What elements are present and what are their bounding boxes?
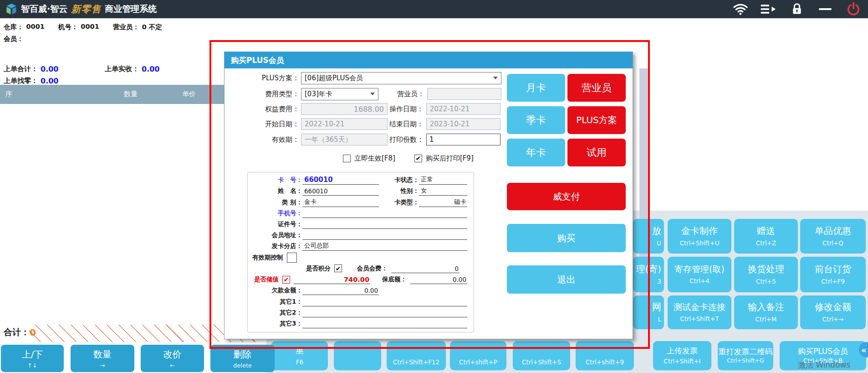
session-info-line: 仓库： 0001 机号： 0001 营业员： 0 不定 bbox=[4, 23, 162, 31]
clerk-value: 0 不定 bbox=[142, 23, 162, 31]
effect-now-label: 立即生效[F8] bbox=[354, 154, 395, 163]
print-after-label: 购买后打印[F9] bbox=[426, 154, 474, 163]
validity-control-checkbox[interactable] bbox=[287, 253, 297, 263]
clerk-label: 营业员： bbox=[113, 23, 139, 31]
start-date-input: 2022-10-21 bbox=[301, 118, 388, 130]
change-price-button[interactable]: 改价 ← bbox=[141, 345, 204, 372]
grid-button[interactable]: Ctrl+Shift+S bbox=[513, 341, 570, 370]
trial-button[interactable]: 试用 bbox=[567, 139, 626, 166]
member-line: 会员： bbox=[4, 35, 24, 43]
grid-button[interactable] bbox=[334, 341, 381, 370]
last-order-total: 上单合计： 0.00 bbox=[4, 65, 58, 73]
card-row: 其它3： bbox=[251, 318, 467, 329]
chevron-left-icon: « bbox=[861, 345, 867, 355]
stored-value-field[interactable]: 740.00 bbox=[294, 275, 370, 284]
member-name-field[interactable]: 660010 bbox=[302, 186, 379, 196]
lock-icon[interactable] bbox=[789, 0, 805, 18]
other3-field[interactable] bbox=[302, 319, 467, 328]
print-after-checkbox[interactable]: ✔ bbox=[414, 155, 422, 162]
brand-script: 新零售 bbox=[71, 3, 101, 16]
modify-amount-button[interactable]: 修改金额 Ctrl+→ bbox=[800, 295, 866, 329]
grid-button[interactable]: Ctrl+shift+9 bbox=[576, 341, 634, 370]
buy-plus-member-dialog: 购买PLUS会员 PLUS方案： [06]超级PLUS会员 费用类型： [03]… bbox=[224, 52, 633, 339]
member-label: 会员： bbox=[4, 35, 24, 43]
last-order-change: 上单找零： 0.00 bbox=[4, 77, 58, 85]
grid-button[interactable]: 网 L bbox=[633, 295, 664, 329]
minimize-icon[interactable] bbox=[817, 0, 833, 18]
month-card-button[interactable]: 月卡 bbox=[507, 74, 565, 102]
item-discount-button[interactable]: 单品优惠 Ctrl+Q bbox=[800, 219, 866, 254]
chevron-down-icon bbox=[370, 93, 375, 95]
grid-button[interactable]: 单 F6 bbox=[271, 341, 328, 370]
dialog-clerk-input[interactable] bbox=[427, 88, 501, 100]
delete-button[interactable]: 删除 delete bbox=[210, 345, 275, 372]
exit-button[interactable]: 退出 bbox=[507, 265, 626, 294]
start-date-row: 开始日期： 2022-10-21 结束日期： 2023-10-21 bbox=[247, 118, 500, 130]
grid-button[interactable]: 理(寄) 3 bbox=[633, 257, 664, 292]
last-order-received: 上单实收： 0.00 bbox=[105, 65, 159, 73]
phone-field[interactable] bbox=[302, 209, 467, 218]
gender-field[interactable]: 女 bbox=[419, 186, 467, 196]
other2-field[interactable] bbox=[302, 308, 467, 317]
reprint-invoice-qr-button[interactable]: 重打发票二维码 Ctrl+Shift+G bbox=[718, 341, 773, 370]
card-no-field[interactable]: 660010 bbox=[302, 176, 379, 185]
card-row: 其它1： bbox=[251, 296, 467, 307]
card-type-field[interactable]: 磁卡 bbox=[419, 198, 467, 207]
card-status-field[interactable]: 正常 bbox=[419, 176, 467, 185]
other1-field[interactable] bbox=[302, 297, 467, 306]
stored-value-checkbox[interactable]: ✔ bbox=[282, 276, 290, 284]
grid-button[interactable]: 放 U bbox=[633, 219, 664, 254]
plan-row: PLUS方案： [06]超级PLUS会员 bbox=[247, 72, 501, 84]
fee-type-row: 费用类型： [03]年卡 营业员： bbox=[247, 88, 501, 100]
dialog-title: 购买PLUS会员 bbox=[231, 55, 284, 66]
grid-button[interactable]: Ctrl+Shift+F12 bbox=[387, 341, 446, 370]
end-date-input: 2023-10-21 bbox=[426, 118, 500, 130]
min-balance-field[interactable]: 0.00 bbox=[410, 275, 467, 284]
weipay-button[interactable]: 威支付 bbox=[507, 183, 626, 210]
member-fee-field[interactable]: 0 bbox=[391, 264, 460, 273]
col-qty: 数量 bbox=[124, 90, 138, 98]
card-row: 欠款金额： 0.00 bbox=[251, 285, 467, 296]
terminal-value: 0001 bbox=[81, 23, 99, 31]
clerk-button[interactable]: 营业员 bbox=[567, 74, 626, 102]
issuing-branch-field[interactable]: 公司总部 bbox=[302, 242, 467, 251]
power-icon[interactable] bbox=[845, 0, 862, 18]
page-title: 智百威·智云 新零售 商业管理系统 bbox=[5, 3, 157, 16]
exchange-button[interactable]: 换货处理 Ctrl+5 bbox=[734, 257, 798, 292]
gift-button[interactable]: 赠送 Ctrl+Z bbox=[734, 219, 798, 254]
address-field[interactable] bbox=[302, 231, 467, 240]
quarter-card-button[interactable]: 季卡 bbox=[507, 106, 565, 134]
validity-period-input: 一年（365天） bbox=[301, 134, 388, 145]
titlebar-icons bbox=[732, 0, 862, 18]
fee-type-select[interactable]: [03]年卡 bbox=[301, 88, 378, 100]
input-remark-button[interactable]: 输入备注 Ctrl+M bbox=[734, 295, 798, 329]
card-row: 类 别： 金卡 卡类型： 磁卡 bbox=[251, 197, 467, 207]
terminal-label: 机号： bbox=[58, 23, 78, 31]
card-row: 有效期控制 bbox=[251, 252, 467, 263]
wifi-icon bbox=[732, 0, 749, 18]
print-copies-input[interactable] bbox=[426, 134, 500, 145]
upload-invoice-button[interactable]: 上传发票 Ctrl+Shift+I bbox=[653, 341, 711, 370]
up-down-button[interactable]: 上/下 ↑↓ bbox=[1, 345, 64, 372]
deposit-take-button[interactable]: 寄存管理(取) Ctrl+4 bbox=[668, 257, 731, 292]
effect-now-checkbox[interactable] bbox=[343, 155, 351, 162]
col-price: 单价 bbox=[182, 90, 196, 98]
plus-plan-button[interactable]: PLUS方案 bbox=[567, 106, 626, 134]
grid-button[interactable]: Ctrl+shift+P bbox=[450, 341, 506, 370]
year-card-button[interactable]: 年卡 bbox=[507, 139, 565, 166]
buy-button[interactable]: 购买 bbox=[507, 224, 626, 252]
front-order-button[interactable]: 前台订货 Ctrl+F9 bbox=[800, 257, 866, 292]
quantity-button[interactable]: 数量 → bbox=[71, 345, 134, 372]
id-number-field[interactable] bbox=[302, 220, 467, 229]
debt-field[interactable]: 0.00 bbox=[302, 286, 379, 295]
points-checkbox[interactable]: ✔ bbox=[334, 264, 342, 272]
card-row: 姓 名： 660010 性别： 女 bbox=[251, 186, 467, 197]
gold-card-make-button[interactable]: 金卡制作 Ctrl+Shift+U bbox=[668, 219, 731, 254]
options-row: 立即生效[F8] ✔ 购买后打印[F9] bbox=[343, 152, 474, 165]
app-logo-icon bbox=[5, 3, 17, 15]
task-list-run-icon[interactable] bbox=[761, 0, 777, 18]
category-field[interactable]: 金卡 bbox=[302, 198, 379, 207]
plan-select[interactable]: [06]超级PLUS会员 bbox=[301, 72, 501, 84]
test-gold-card-button[interactable]: 测试金卡连接 Ctrl+Shift+T bbox=[668, 295, 731, 329]
brand-prefix: 智百威·智云 bbox=[21, 3, 67, 15]
